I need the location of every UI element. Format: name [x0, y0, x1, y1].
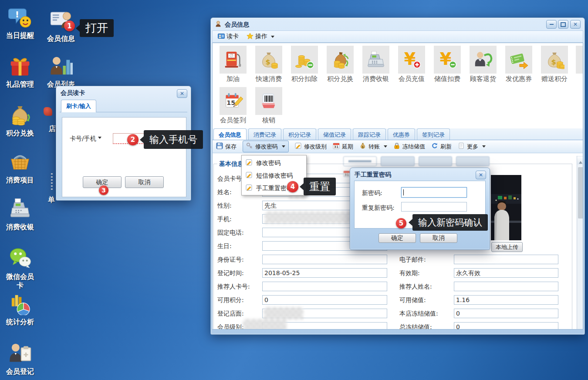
menu-item-sms-change-password[interactable]: 短信修改密码 [242, 169, 306, 182]
close-icon[interactable]: ✕ [476, 171, 486, 179]
big-button-cashier[interactable]: 消费收银 [358, 46, 394, 83]
member-icon [215, 20, 222, 29]
tab-points-records[interactable]: 积分记录 [283, 128, 316, 140]
partial-icon-label: 单 [48, 195, 55, 205]
customer-return-icon [470, 46, 497, 74]
big-button-points-deduct[interactable]: 积分扣除 [287, 46, 322, 83]
scroll-up-button[interactable] [577, 157, 583, 165]
step-badge-3: 3 [99, 185, 108, 195]
desktop-icon-member-list[interactable]: 会员列表 [41, 54, 81, 89]
big-button-points-exchange[interactable]: 积分兑换 [322, 46, 358, 83]
big-button-quick-consume[interactable]: $快速消费 [251, 46, 287, 83]
big-button-gift-points[interactable]: $赠送积分 [537, 46, 572, 83]
form-label-birthday: 生日: [217, 241, 232, 251]
redaction-blur [265, 212, 354, 224]
menubar-item-read-card[interactable]: 读卡 [215, 32, 241, 42]
toolbar-button-change-level[interactable]: 修改级别 [295, 142, 327, 151]
toolbar-button-more[interactable]: 更多 [458, 142, 486, 151]
toolbar-button-extend[interactable]: 31延期 [333, 142, 353, 151]
minimize-button[interactable] [546, 20, 557, 29]
menu-item-change-password[interactable]: 修改密码 [242, 157, 306, 169]
step-badge-2: 2 [127, 134, 139, 145]
repeat-password-label: 重复新密码: [362, 203, 395, 212]
svg-text:31: 31 [345, 173, 349, 177]
repeat-password-input[interactable] [401, 202, 467, 212]
desktop-icon-label: 会员信息 [44, 34, 78, 43]
cancel-button[interactable]: 取消 [125, 176, 164, 188]
member-list-icon [49, 54, 73, 79]
tab-checkin-records[interactable]: 签到记录 [417, 128, 450, 140]
desktop-icon-label: 会员登记 [3, 367, 37, 376]
tab-tracking-records[interactable]: 跟踪记录 [353, 128, 386, 140]
desktop-icon-member-info[interactable]: 会员信息 [41, 8, 81, 43]
form-input-points[interactable]: 0 [262, 295, 387, 305]
desktop-icon-member-register[interactable]: 会员登记 [0, 341, 40, 376]
svg-text:$: $ [551, 58, 556, 66]
step-tooltip-1: 打开 [80, 19, 114, 37]
member-recharge-icon: ¥ [398, 46, 425, 74]
card-or-phone-label: 卡号/手机 [70, 134, 101, 143]
form-input-total-frozen[interactable]: 0 [454, 322, 558, 330]
obscured-button [456, 156, 490, 166]
big-button-customer-return[interactable]: 顾客退货 [465, 46, 501, 83]
tab-consume-records[interactable]: 消费记录 [248, 128, 281, 140]
toolbar-button-label: 更多 [467, 143, 478, 151]
consume-items-icon [8, 150, 32, 175]
form-input-referrer-card[interactable] [262, 282, 387, 291]
ok-button[interactable]: 确定 [378, 233, 416, 243]
form-input-id-card[interactable] [262, 255, 387, 264]
new-password-input[interactable] [401, 187, 467, 198]
toolbar-button-transfer[interactable]: $转账 [359, 142, 387, 151]
menubar-item-operations[interactable]: 操作 [244, 32, 277, 42]
desktop-icon-consume-cashier[interactable]: 消费收银 [0, 197, 40, 232]
toolbar-button-freeze-stored[interactable]: 冻结储值 [393, 142, 425, 151]
tab-member-info[interactable]: 会员信息 [213, 128, 247, 140]
big-button-member-recharge[interactable]: ¥会员充值 [394, 46, 429, 83]
toolbar-button-change-password[interactable]: 修改密码 [243, 141, 289, 152]
desktop-icon-consume-items[interactable]: 消费项目 [0, 150, 40, 185]
close-icon[interactable]: ✕ [177, 89, 187, 98]
form-input-email[interactable] [454, 255, 558, 264]
desktop-icon-points-exchange[interactable]: 积分兑换 [0, 103, 40, 138]
big-button-label: 消费收银 [363, 75, 389, 83]
desktop-icon-gift-manage[interactable]: 礼品管理 [0, 54, 40, 89]
big-button-stored-deduct[interactable]: ¥储值扣费 [429, 46, 465, 83]
stored-deduct-icon: ¥ [434, 46, 461, 74]
vertical-scrollbar[interactable] [577, 156, 583, 329]
reset-password-dialog: 手工重置密码 ✕ 新密码: 重复新密码: 确定 取消 [350, 168, 490, 250]
form-input-stored-value[interactable]: 1.16 [454, 295, 558, 305]
big-button-label: 加油 [226, 75, 240, 83]
form-input-referrer-name[interactable] [454, 282, 558, 291]
chevron-down-icon[interactable] [98, 137, 101, 141]
toolbar-button-refresh[interactable]: 刷新 [431, 142, 452, 151]
local-upload-button[interactable]: 本地上传 [491, 242, 523, 252]
scrollbar-thumb[interactable] [578, 167, 583, 219]
tab-stored-records[interactable]: 储值记录 [318, 128, 351, 140]
desktop: !当日提醒会员信息礼品管理会员列表积分兑换消费项目消费收银微信会员卡统计分析会员… [0, 0, 588, 380]
big-button-row-1: 加油$快速消费积分扣除积分兑换消费收银¥会员充值¥储值扣费顾客退货发优惠券$赠送… [215, 46, 572, 83]
desktop-icon-wechat-member-card[interactable]: 微信会员卡 [0, 246, 40, 290]
big-button-label: 核销 [262, 116, 275, 124]
form-label-register-store: 登记店面: [217, 309, 244, 318]
big-button-member-checkin[interactable]: 15会员签到 [215, 87, 251, 124]
big-button-send-coupon[interactable]: 发优惠券 [501, 46, 537, 83]
form-label-register-time: 登记时间: [217, 268, 244, 278]
dialog-panel [62, 117, 186, 197]
tab-coupons[interactable]: 优惠券 [388, 128, 415, 140]
close-button[interactable]: ✕ [570, 20, 581, 29]
form-input-validity[interactable]: 永久有效 [454, 268, 558, 278]
swipe-input-tab[interactable]: 刷卡/输入 [61, 100, 96, 112]
big-button-fuel[interactable]: 加油 [215, 46, 251, 83]
toolbar-button-save[interactable]: 保存 [216, 142, 237, 151]
partial-big-button[interactable] [576, 46, 583, 74]
cancel-button[interactable]: 取消 [420, 233, 457, 243]
maximize-button[interactable] [558, 20, 568, 29]
big-button-verify[interactable]: 核销 [251, 87, 287, 124]
desktop-icon-daily-reminder[interactable]: !当日提醒 [0, 5, 40, 40]
toolbar-button-label: 刷新 [440, 143, 452, 151]
desktop-icon-label: 消费项目 [3, 176, 37, 185]
window-titlebar[interactable]: 会员信息 ✕ [211, 18, 585, 30]
form-input-register-time[interactable]: 2018-05-25 [262, 268, 387, 278]
form-input-store-frozen[interactable]: 0 [454, 309, 558, 318]
desktop-icon-stats-analysis[interactable]: 统计分析 [0, 292, 40, 326]
